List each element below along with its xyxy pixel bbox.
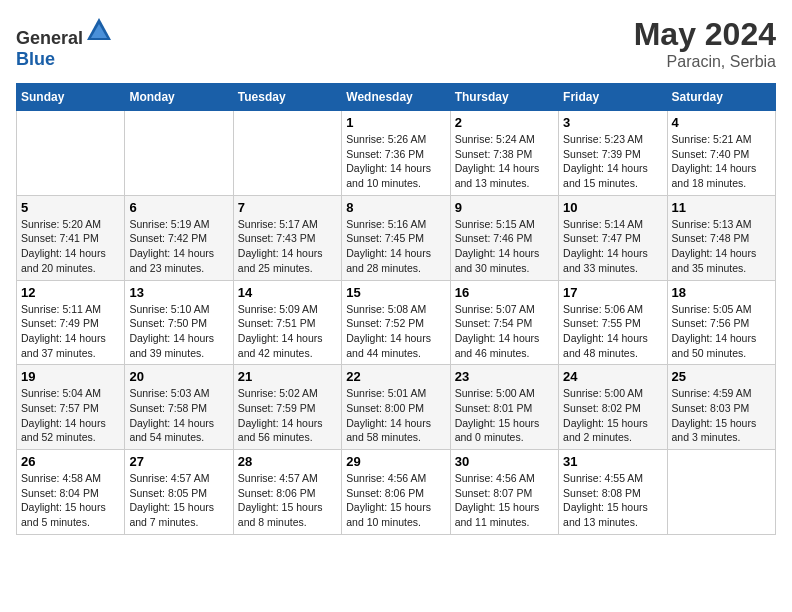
day-info: Sunrise: 5:00 AM Sunset: 8:01 PM Dayligh…	[455, 386, 554, 445]
day-number: 26	[21, 454, 120, 469]
calendar-cell: 22Sunrise: 5:01 AM Sunset: 8:00 PM Dayli…	[342, 365, 450, 450]
day-number: 24	[563, 369, 662, 384]
day-info: Sunrise: 5:26 AM Sunset: 7:36 PM Dayligh…	[346, 132, 445, 191]
calendar-cell: 18Sunrise: 5:05 AM Sunset: 7:56 PM Dayli…	[667, 280, 775, 365]
day-info: Sunrise: 5:20 AM Sunset: 7:41 PM Dayligh…	[21, 217, 120, 276]
calendar-cell: 12Sunrise: 5:11 AM Sunset: 7:49 PM Dayli…	[17, 280, 125, 365]
weekday-header: Monday	[125, 84, 233, 111]
day-number: 31	[563, 454, 662, 469]
calendar-cell: 8Sunrise: 5:16 AM Sunset: 7:45 PM Daylig…	[342, 195, 450, 280]
logo-general: General	[16, 28, 83, 48]
day-info: Sunrise: 5:23 AM Sunset: 7:39 PM Dayligh…	[563, 132, 662, 191]
calendar-cell	[125, 111, 233, 196]
day-info: Sunrise: 5:06 AM Sunset: 7:55 PM Dayligh…	[563, 302, 662, 361]
day-number: 23	[455, 369, 554, 384]
day-number: 5	[21, 200, 120, 215]
calendar-cell: 29Sunrise: 4:56 AM Sunset: 8:06 PM Dayli…	[342, 450, 450, 535]
calendar-cell: 6Sunrise: 5:19 AM Sunset: 7:42 PM Daylig…	[125, 195, 233, 280]
calendar-header: SundayMondayTuesdayWednesdayThursdayFrid…	[17, 84, 776, 111]
calendar-cell	[233, 111, 341, 196]
day-number: 4	[672, 115, 771, 130]
weekday-header: Sunday	[17, 84, 125, 111]
day-info: Sunrise: 5:11 AM Sunset: 7:49 PM Dayligh…	[21, 302, 120, 361]
day-number: 25	[672, 369, 771, 384]
calendar-cell: 3Sunrise: 5:23 AM Sunset: 7:39 PM Daylig…	[559, 111, 667, 196]
page-header: General Blue May 2024 Paracin, Serbia	[16, 16, 776, 71]
day-number: 3	[563, 115, 662, 130]
day-number: 1	[346, 115, 445, 130]
day-number: 22	[346, 369, 445, 384]
day-info: Sunrise: 5:10 AM Sunset: 7:50 PM Dayligh…	[129, 302, 228, 361]
day-info: Sunrise: 4:57 AM Sunset: 8:05 PM Dayligh…	[129, 471, 228, 530]
day-info: Sunrise: 4:56 AM Sunset: 8:06 PM Dayligh…	[346, 471, 445, 530]
calendar-cell: 17Sunrise: 5:06 AM Sunset: 7:55 PM Dayli…	[559, 280, 667, 365]
calendar-cell: 24Sunrise: 5:00 AM Sunset: 8:02 PM Dayli…	[559, 365, 667, 450]
day-number: 20	[129, 369, 228, 384]
calendar-cell: 1Sunrise: 5:26 AM Sunset: 7:36 PM Daylig…	[342, 111, 450, 196]
calendar-cell: 11Sunrise: 5:13 AM Sunset: 7:48 PM Dayli…	[667, 195, 775, 280]
calendar-cell: 16Sunrise: 5:07 AM Sunset: 7:54 PM Dayli…	[450, 280, 558, 365]
day-number: 19	[21, 369, 120, 384]
calendar-cell: 5Sunrise: 5:20 AM Sunset: 7:41 PM Daylig…	[17, 195, 125, 280]
weekday-header: Wednesday	[342, 84, 450, 111]
day-number: 15	[346, 285, 445, 300]
calendar-cell: 20Sunrise: 5:03 AM Sunset: 7:58 PM Dayli…	[125, 365, 233, 450]
day-number: 18	[672, 285, 771, 300]
calendar-cell: 2Sunrise: 5:24 AM Sunset: 7:38 PM Daylig…	[450, 111, 558, 196]
day-info: Sunrise: 5:03 AM Sunset: 7:58 PM Dayligh…	[129, 386, 228, 445]
calendar-cell: 9Sunrise: 5:15 AM Sunset: 7:46 PM Daylig…	[450, 195, 558, 280]
day-number: 8	[346, 200, 445, 215]
day-number: 7	[238, 200, 337, 215]
calendar-cell: 14Sunrise: 5:09 AM Sunset: 7:51 PM Dayli…	[233, 280, 341, 365]
day-info: Sunrise: 5:05 AM Sunset: 7:56 PM Dayligh…	[672, 302, 771, 361]
calendar-cell	[17, 111, 125, 196]
day-info: Sunrise: 4:58 AM Sunset: 8:04 PM Dayligh…	[21, 471, 120, 530]
day-info: Sunrise: 5:00 AM Sunset: 8:02 PM Dayligh…	[563, 386, 662, 445]
calendar-cell: 10Sunrise: 5:14 AM Sunset: 7:47 PM Dayli…	[559, 195, 667, 280]
calendar-cell: 21Sunrise: 5:02 AM Sunset: 7:59 PM Dayli…	[233, 365, 341, 450]
day-number: 12	[21, 285, 120, 300]
calendar-cell: 30Sunrise: 4:56 AM Sunset: 8:07 PM Dayli…	[450, 450, 558, 535]
weekday-header: Saturday	[667, 84, 775, 111]
weekday-header: Friday	[559, 84, 667, 111]
calendar-cell: 23Sunrise: 5:00 AM Sunset: 8:01 PM Dayli…	[450, 365, 558, 450]
day-info: Sunrise: 5:09 AM Sunset: 7:51 PM Dayligh…	[238, 302, 337, 361]
day-info: Sunrise: 5:15 AM Sunset: 7:46 PM Dayligh…	[455, 217, 554, 276]
day-number: 17	[563, 285, 662, 300]
month-title: May 2024	[634, 16, 776, 53]
day-info: Sunrise: 5:21 AM Sunset: 7:40 PM Dayligh…	[672, 132, 771, 191]
logo: General Blue	[16, 16, 113, 70]
day-number: 2	[455, 115, 554, 130]
day-info: Sunrise: 5:13 AM Sunset: 7:48 PM Dayligh…	[672, 217, 771, 276]
day-info: Sunrise: 4:59 AM Sunset: 8:03 PM Dayligh…	[672, 386, 771, 445]
calendar-cell: 25Sunrise: 4:59 AM Sunset: 8:03 PM Dayli…	[667, 365, 775, 450]
day-number: 6	[129, 200, 228, 215]
day-info: Sunrise: 4:55 AM Sunset: 8:08 PM Dayligh…	[563, 471, 662, 530]
logo-icon	[85, 16, 113, 44]
day-info: Sunrise: 4:57 AM Sunset: 8:06 PM Dayligh…	[238, 471, 337, 530]
day-info: Sunrise: 5:01 AM Sunset: 8:00 PM Dayligh…	[346, 386, 445, 445]
calendar-cell: 31Sunrise: 4:55 AM Sunset: 8:08 PM Dayli…	[559, 450, 667, 535]
day-number: 21	[238, 369, 337, 384]
weekday-header: Thursday	[450, 84, 558, 111]
title-block: May 2024 Paracin, Serbia	[634, 16, 776, 71]
calendar-cell: 13Sunrise: 5:10 AM Sunset: 7:50 PM Dayli…	[125, 280, 233, 365]
day-info: Sunrise: 5:24 AM Sunset: 7:38 PM Dayligh…	[455, 132, 554, 191]
day-number: 29	[346, 454, 445, 469]
calendar-cell: 4Sunrise: 5:21 AM Sunset: 7:40 PM Daylig…	[667, 111, 775, 196]
day-number: 16	[455, 285, 554, 300]
day-info: Sunrise: 5:04 AM Sunset: 7:57 PM Dayligh…	[21, 386, 120, 445]
day-info: Sunrise: 4:56 AM Sunset: 8:07 PM Dayligh…	[455, 471, 554, 530]
day-number: 30	[455, 454, 554, 469]
day-number: 10	[563, 200, 662, 215]
calendar-cell: 19Sunrise: 5:04 AM Sunset: 7:57 PM Dayli…	[17, 365, 125, 450]
calendar-cell: 15Sunrise: 5:08 AM Sunset: 7:52 PM Dayli…	[342, 280, 450, 365]
calendar-cell: 26Sunrise: 4:58 AM Sunset: 8:04 PM Dayli…	[17, 450, 125, 535]
calendar-cell: 27Sunrise: 4:57 AM Sunset: 8:05 PM Dayli…	[125, 450, 233, 535]
day-info: Sunrise: 5:02 AM Sunset: 7:59 PM Dayligh…	[238, 386, 337, 445]
calendar-cell: 7Sunrise: 5:17 AM Sunset: 7:43 PM Daylig…	[233, 195, 341, 280]
day-info: Sunrise: 5:08 AM Sunset: 7:52 PM Dayligh…	[346, 302, 445, 361]
day-number: 13	[129, 285, 228, 300]
day-info: Sunrise: 5:14 AM Sunset: 7:47 PM Dayligh…	[563, 217, 662, 276]
weekday-header: Tuesday	[233, 84, 341, 111]
